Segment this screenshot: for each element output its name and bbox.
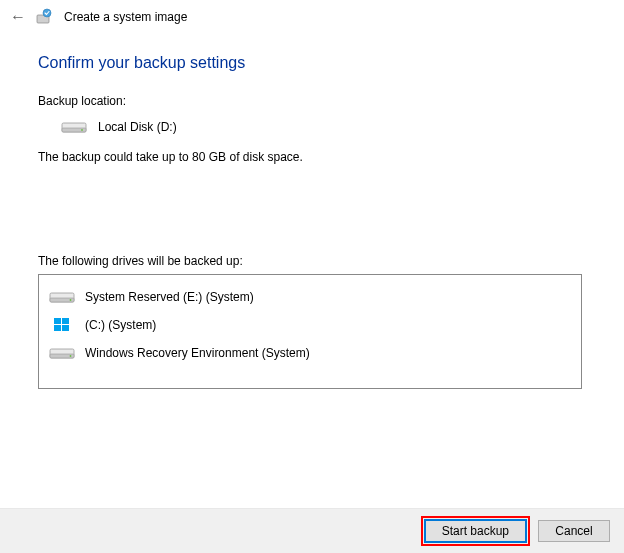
hdd-icon xyxy=(49,288,75,306)
svg-point-14 xyxy=(70,355,72,357)
svg-point-1 xyxy=(43,9,51,17)
content-area: Confirm your backup settings Backup loca… xyxy=(0,32,624,389)
drive-name: Windows Recovery Environment (System) xyxy=(85,346,310,360)
backup-location-row: Local Disk (D:) xyxy=(60,118,586,136)
backup-location-value: Local Disk (D:) xyxy=(98,120,177,134)
hdd-icon xyxy=(49,344,75,362)
cancel-button[interactable]: Cancel xyxy=(538,520,610,542)
drive-name: System Reserved (E:) (System) xyxy=(85,290,254,304)
svg-point-7 xyxy=(70,299,72,301)
list-item: System Reserved (E:) (System) xyxy=(47,283,573,311)
footer-bar: Start backup Cancel xyxy=(0,508,624,553)
window-title: Create a system image xyxy=(64,10,187,24)
svg-rect-9 xyxy=(62,318,69,324)
system-image-icon xyxy=(36,8,54,26)
backup-location-label: Backup location: xyxy=(38,94,586,108)
size-info-text: The backup could take up to 80 GB of dis… xyxy=(38,150,586,164)
drives-list-label: The following drives will be backed up: xyxy=(38,254,586,268)
start-backup-button[interactable]: Start backup xyxy=(425,520,526,542)
svg-rect-8 xyxy=(54,318,61,324)
list-item: (C:) (System) xyxy=(47,311,573,339)
start-backup-highlight: Start backup xyxy=(421,516,530,546)
title-bar: ← Create a system image xyxy=(0,0,624,32)
page-heading: Confirm your backup settings xyxy=(38,54,586,72)
hdd-icon xyxy=(60,118,88,136)
list-item: Windows Recovery Environment (System) xyxy=(47,339,573,367)
drive-name: (C:) (System) xyxy=(85,318,156,332)
back-arrow-icon[interactable]: ← xyxy=(10,9,26,25)
drives-listbox: System Reserved (E:) (System) (C:) (Syst… xyxy=(38,274,582,389)
windows-icon xyxy=(49,316,75,334)
svg-point-4 xyxy=(81,129,83,131)
svg-rect-10 xyxy=(54,325,61,331)
svg-rect-11 xyxy=(62,325,69,331)
